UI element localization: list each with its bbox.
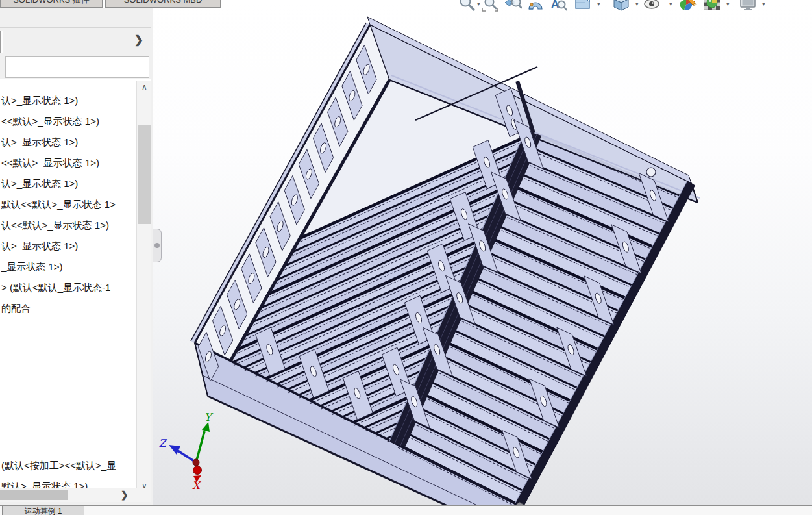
expand-panel-icon[interactable]: ❯	[134, 33, 143, 47]
panel-splitter-handle[interactable]	[153, 229, 162, 262]
triad-z-label: Z	[158, 437, 167, 449]
dropdown-caret-icon[interactable]: ▾	[477, 1, 480, 7]
panel-edge-tab[interactable]	[0, 31, 3, 53]
display-style-icon[interactable]	[612, 0, 630, 12]
horizontal-scroll-thumb[interactable]	[0, 490, 68, 500]
zoom-to-fit-icon[interactable]	[458, 0, 476, 12]
dropdown-caret-icon[interactable]: ▾	[726, 1, 730, 7]
graphics-viewport[interactable]: YZX ▾A▾▾▾▾▾	[153, 0, 812, 505]
tab-solidworks-mbd[interactable]: SOLIDWORKS MBD	[105, 0, 221, 8]
tree-horizontal-scrollbar[interactable]: ❯	[0, 488, 151, 502]
scroll-up-icon[interactable]: ∧	[137, 82, 152, 92]
tree-row[interactable]: > (默认<默认_显示状态-1	[1, 277, 151, 298]
triad-y-label: Y	[204, 411, 214, 423]
tree-row[interactable]: _显示状态 1>)	[1, 257, 151, 277]
feature-manager-filter-box[interactable]	[5, 56, 149, 78]
feature-manager-header	[0, 8, 151, 28]
tree-vertical-scrollbar[interactable]: ∧ ∨	[136, 81, 151, 492]
triad-x-label: X	[192, 479, 201, 492]
view-settings-icon[interactable]	[739, 0, 757, 12]
feature-manager-panel: ❯ 认>_显示状态 1>)<<默认>_显示状态 1>)认>_显示状态 1>)<<…	[0, 8, 153, 505]
heads-up-view-toolbar: ▾A▾▾▾▾▾	[449, 0, 786, 14]
zoom-to-area-icon[interactable]	[481, 0, 499, 12]
motion-study-bar: 运动算例 1	[0, 505, 812, 515]
rack-model-root	[191, 17, 700, 505]
tree-row[interactable]: 认>_显示状态 1>)	[1, 236, 151, 257]
feature-manager-toolbar-row: ❯	[0, 28, 151, 55]
dropdown-caret-icon[interactable]: ▾	[635, 1, 639, 7]
previous-view-icon[interactable]	[504, 0, 522, 12]
apply-scene-icon[interactable]	[703, 0, 721, 12]
tree-row[interactable]: <<默认>_显示状态 1>)	[1, 111, 151, 132]
feature-tree: 认>_显示状态 1>)<<默认>_显示状态 1>)认>_显示状态 1>)<<默认…	[0, 79, 151, 492]
command-manager-tabs: SOLIDWORKS 插件SOLIDWORKS MBD	[0, 0, 224, 8]
tree-row[interactable]: (默认<按加工><<默认>_显	[1, 455, 151, 476]
tree-row[interactable]: <<默认>_显示状态 1>)	[1, 153, 151, 173]
tree-row[interactable]: 认>_显示状态 1>)	[1, 132, 151, 153]
tab-solidworks-addins[interactable]: SOLIDWORKS 插件	[0, 0, 103, 8]
dropdown-caret-icon[interactable]: ▾	[597, 1, 600, 7]
tree-row[interactable]: 的配合	[1, 298, 151, 319]
dropdown-caret-icon[interactable]: ▾	[669, 1, 672, 7]
edit-appearance-icon[interactable]	[679, 0, 697, 12]
tree-row[interactable]: 认>_显示状态 1>)	[1, 173, 151, 194]
tab-motion-study[interactable]: 运动算例 1	[2, 506, 84, 515]
vertical-scroll-thumb[interactable]	[138, 125, 151, 224]
section-view-icon[interactable]	[526, 0, 545, 12]
annotation-view-icon[interactable]: A	[549, 0, 567, 12]
hide-show-items-icon[interactable]	[643, 0, 661, 12]
scroll-right-icon[interactable]: ❯	[121, 490, 129, 500]
splitter-knob-icon	[154, 243, 160, 248]
tree-row[interactable]: 认<<默认>_显示状态 1>)	[1, 215, 151, 236]
tree-row[interactable]: 认>_显示状态 1>)	[1, 90, 151, 111]
view-orientation-icon[interactable]	[574, 0, 592, 12]
dropdown-caret-icon[interactable]: ▾	[762, 1, 765, 7]
tree-row[interactable]: 默认<<默认>_显示状态 1>	[1, 194, 151, 215]
rack-assembly-model[interactable]: YZX	[153, 0, 812, 505]
reference-triad: YZX	[158, 411, 213, 492]
